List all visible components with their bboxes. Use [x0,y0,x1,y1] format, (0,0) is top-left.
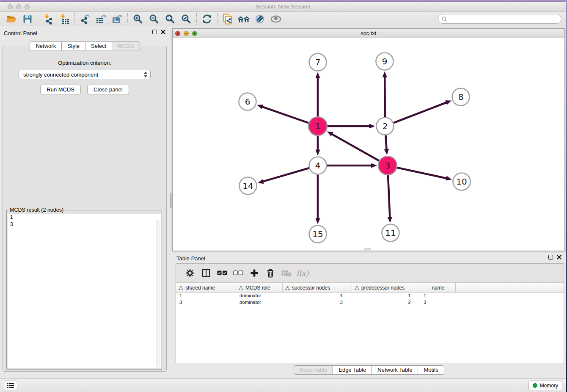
table-cell[interactable]: 1 [176,293,236,299]
graph-edge-3-10[interactable] [397,168,447,179]
table-cell[interactable]: dominator [236,299,283,306]
graph-node-10[interactable]: 10 [453,173,471,190]
tab-style[interactable]: Style [61,41,85,50]
network-canvas[interactable]: 7968124314101511 [173,38,564,251]
tab-edge-table[interactable]: Edge Table [333,365,372,375]
search-field[interactable] [438,14,561,24]
graph-edge-1-6[interactable] [262,107,309,123]
tab-network[interactable]: Network [30,41,62,50]
graph-node-4[interactable]: 4 [309,157,327,174]
graph-node-15[interactable]: 15 [309,226,327,243]
graph-node-11[interactable]: 11 [382,224,399,242]
table-cell[interactable]: dominator [236,293,283,299]
tab-node-table[interactable]: Node Table [294,365,333,375]
optimization-criterion-label: Optimization criterion: [3,60,166,66]
network-resize-handle[interactable] [364,248,371,250]
graph-node-8[interactable]: 8 [452,88,470,106]
hide-selected-button[interactable] [252,12,268,26]
export-table-button[interactable] [93,12,109,26]
graph-edge-4-14[interactable] [262,168,309,182]
new-network-from-selection-button[interactable] [220,12,236,26]
table-cell[interactable]: 3 [283,299,352,306]
sort-hierarchy-icon [239,286,243,290]
graph-edge-2-3[interactable] [385,135,386,150]
zoom-fit-button[interactable] [162,12,178,26]
main-area: Control Panel NetworkStyleSelectMCDS Opt… [0,26,566,392]
table-cell[interactable]: 3 [176,299,236,306]
table-settings-button[interactable] [182,265,198,281]
close-panel-icon[interactable] [161,30,165,34]
search-input[interactable] [447,16,561,22]
table-panel-tabs: Node TableEdge TableNetwork TableMotifs [172,365,566,375]
graph-edge-2-8[interactable] [394,102,447,123]
graph-edge-3-1[interactable] [331,134,379,161]
show-graphics-details-button[interactable] [268,12,284,26]
table-cell[interactable]: 3 [420,299,456,306]
float-panel-icon[interactable] [152,30,157,34]
delete-column-button[interactable] [262,265,278,281]
graph-edge-3-11[interactable] [388,175,390,218]
result-item[interactable]: 1 [8,214,161,221]
graph-node-1[interactable]: 1 [308,117,327,135]
close-panel-button[interactable]: Close panel [87,85,129,94]
apply-function-button[interactable]: f(x) [295,265,311,281]
close-table-panel-icon[interactable] [557,255,561,259]
zoom-selected-button[interactable] [178,12,194,26]
table-cell[interactable]: 1 [352,293,420,299]
run-mcds-button[interactable]: Run MCDS [40,85,81,94]
table-cell[interactable]: 1 [420,293,456,299]
result-scrollbar[interactable] [156,220,160,367]
export-network-button[interactable] [77,12,93,26]
select-all-button[interactable] [214,265,230,281]
float-table-panel-icon[interactable] [548,255,553,259]
column-header-name[interactable]: name [420,283,456,292]
table-cell[interactable]: 4 [283,293,352,299]
mcds-result-legend: MCDS result (2 nodes) [8,207,65,213]
column-header-mcds-role[interactable]: MCDS role [236,283,283,292]
open-session-button[interactable] [3,12,19,26]
table-body: 1dominator4113dominator323 [176,293,564,306]
zoom-in-button[interactable] [130,12,146,26]
columns-icon [202,269,210,277]
first-neighbors-button[interactable] [236,12,252,26]
graph-node-6[interactable]: 6 [239,93,256,110]
table-row[interactable]: 1dominator411 [176,293,564,299]
memory-label: Memory [540,383,558,389]
import-table-button[interactable] [56,12,72,26]
export-image-button[interactable] [109,12,125,26]
delete-table-button[interactable] [278,265,295,281]
graph-node-3[interactable]: 3 [378,156,397,175]
zoom-selected-icon [181,14,192,25]
show-task-history-button[interactable] [4,381,17,390]
tab-select[interactable]: Select [85,41,112,50]
add-column-button[interactable] [246,265,262,281]
deselect-all-button[interactable] [230,265,246,281]
graph-node-14[interactable]: 14 [239,177,257,195]
save-session-button[interactable] [19,12,36,26]
graph-node-2[interactable]: 2 [377,118,394,135]
column-header-predecessor-nodes[interactable]: predecessor nodes [352,283,420,292]
refresh-layout-button[interactable] [199,12,215,26]
svg-text:3: 3 [385,160,391,171]
toolbar-separator [196,13,197,25]
column-label: name [432,285,444,291]
tab-motifs[interactable]: Motifs [418,365,444,375]
result-item[interactable]: 3 [8,221,161,228]
optimization-criterion-dropdown[interactable]: strongly connected component [19,70,151,79]
import-network-button[interactable] [40,12,56,26]
table-cell[interactable]: 2 [352,299,420,306]
column-label: predecessor nodes [361,285,405,291]
tab-network-table[interactable]: Network Table [372,365,418,375]
table-row[interactable]: 3dominator323 [176,299,564,306]
column-header-successor-nodes[interactable]: successor nodes [283,283,352,292]
memory-button[interactable]: Memory [528,381,562,390]
graph-node-9[interactable]: 9 [376,53,394,70]
table-toolbar: f(x) [176,264,564,283]
tab-mcds[interactable]: MCDS [112,41,140,50]
graph-edge-2-9[interactable] [385,76,385,117]
zoom-out-button[interactable] [146,12,162,26]
export-table-icon [95,14,107,25]
show-column-button[interactable] [198,265,214,281]
graph-node-7[interactable]: 7 [309,54,327,71]
column-header-shared-name[interactable]: shared name [176,283,236,292]
